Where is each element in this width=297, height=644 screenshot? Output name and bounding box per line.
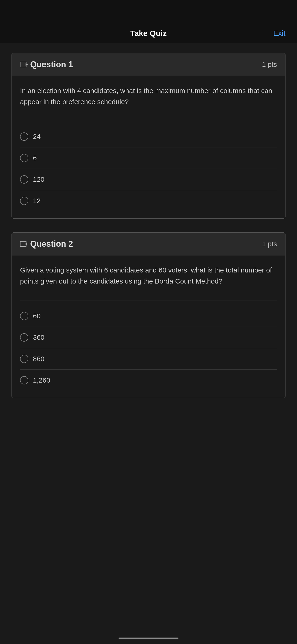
question-1-points: 1 pts [262,60,277,68]
q2-radio-4[interactable] [20,376,28,384]
q1-option-4[interactable]: 12 [20,190,277,212]
question-1-text: In an election with 4 candidates, what i… [20,85,277,107]
options-divider-1 [20,121,277,122]
q1-radio-1[interactable] [20,132,28,141]
q2-radio-2[interactable] [20,333,28,342]
question-1-header-left: Question 1 [20,60,73,69]
q1-option-1-label: 24 [33,133,40,140]
question-1-body: In an election with 4 candidates, what i… [12,76,285,116]
q1-option-3-label: 120 [33,176,44,183]
q2-option-3[interactable]: 860 [20,348,277,370]
q2-option-2[interactable]: 360 [20,327,277,348]
q2-option-4-label: 1,260 [33,376,50,384]
q1-radio-4[interactable] [20,197,28,205]
status-bar [0,0,297,23]
q1-radio-3[interactable] [20,175,28,184]
options-divider-2 [20,300,277,301]
question-2-title: Question 2 [30,239,73,249]
question-2-header: Question 2 1 pts [12,233,285,256]
q1-radio-2[interactable] [20,154,28,162]
question-2-header-left: Question 2 [20,239,73,249]
q2-option-1-label: 60 [33,312,40,320]
q2-radio-3[interactable] [20,355,28,363]
q1-option-2[interactable]: 6 [20,148,277,169]
q1-option-3[interactable]: 120 [20,169,277,190]
header: Take Quiz Exit [0,23,297,44]
q2-option-2-label: 360 [33,334,44,341]
q2-option-1[interactable]: 60 [20,306,277,327]
question-2-body: Given a voting system with 6 candidates … [12,256,285,296]
home-indicator [118,638,178,640]
question-1-header: Question 1 1 pts [12,53,285,76]
exit-button[interactable]: Exit [273,29,286,38]
q2-option-3-label: 860 [33,355,44,363]
flag-icon-1 [20,62,26,67]
q1-option-1[interactable]: 24 [20,126,277,148]
header-title: Take Quiz [130,29,167,38]
question-card-2: Question 2 1 pts Given a voting system w… [12,232,286,398]
q2-radio-1[interactable] [20,312,28,320]
q2-option-4[interactable]: 1,260 [20,370,277,391]
q1-option-2-label: 6 [33,154,37,162]
question-2-text: Given a voting system with 6 candidates … [20,265,277,287]
question-1-options: 24 6 120 12 [12,121,285,218]
question-2-options: 60 360 860 1,260 [12,300,285,398]
question-card-1: Question 1 1 pts In an election with 4 c… [12,53,286,218]
flag-icon-2 [20,241,26,247]
q1-option-4-label: 12 [33,197,40,205]
question-2-points: 1 pts [262,240,277,248]
question-1-title: Question 1 [30,60,73,69]
content: Question 1 1 pts In an election with 4 c… [0,44,297,421]
